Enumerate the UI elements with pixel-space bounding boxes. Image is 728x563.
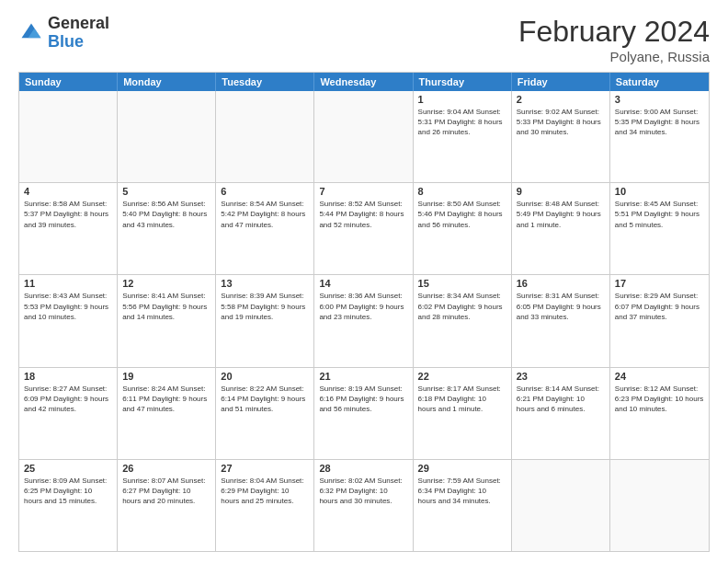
title-block: February 2024 Polyane, Russia — [518, 15, 710, 64]
day-info: Sunrise: 9:00 AM Sunset: 5:35 PM Dayligh… — [615, 107, 704, 138]
cal-cell: 23Sunrise: 8:14 AM Sunset: 6:21 PM Dayli… — [512, 368, 610, 459]
cal-cell — [610, 460, 709, 551]
week-row-0: 1Sunrise: 9:04 AM Sunset: 5:31 PM Daylig… — [19, 91, 709, 182]
calendar: SundayMondayTuesdayWednesdayThursdayFrid… — [18, 72, 710, 552]
day-number: 15 — [418, 278, 506, 289]
day-number: 26 — [122, 463, 210, 474]
day-info: Sunrise: 8:48 AM Sunset: 5:49 PM Dayligh… — [517, 199, 605, 230]
cal-cell: 22Sunrise: 8:17 AM Sunset: 6:18 PM Dayli… — [414, 368, 512, 459]
cal-cell: 6Sunrise: 8:54 AM Sunset: 5:42 PM Daylig… — [216, 183, 314, 274]
cal-cell: 21Sunrise: 8:19 AM Sunset: 6:16 PM Dayli… — [314, 368, 413, 459]
cal-cell: 15Sunrise: 8:34 AM Sunset: 6:02 PM Dayli… — [414, 275, 512, 366]
day-header-friday: Friday — [512, 73, 610, 91]
day-number: 25 — [24, 463, 112, 474]
day-number: 1 — [418, 94, 506, 105]
day-info: Sunrise: 7:59 AM Sunset: 6:34 PM Dayligh… — [418, 476, 506, 507]
day-number: 11 — [24, 278, 112, 289]
day-info: Sunrise: 8:31 AM Sunset: 6:05 PM Dayligh… — [517, 291, 605, 322]
cal-cell — [512, 460, 610, 551]
day-info: Sunrise: 9:04 AM Sunset: 5:31 PM Dayligh… — [418, 107, 506, 138]
cal-cell — [118, 91, 216, 182]
cal-cell — [314, 91, 413, 182]
day-number: 14 — [319, 278, 407, 289]
day-info: Sunrise: 8:04 AM Sunset: 6:29 PM Dayligh… — [221, 476, 309, 507]
day-header-wednesday: Wednesday — [314, 73, 413, 91]
day-number: 9 — [517, 186, 605, 197]
calendar-body: 1Sunrise: 9:04 AM Sunset: 5:31 PM Daylig… — [19, 91, 709, 551]
week-row-3: 18Sunrise: 8:27 AM Sunset: 6:09 PM Dayli… — [19, 367, 709, 459]
cal-cell: 18Sunrise: 8:27 AM Sunset: 6:09 PM Dayli… — [19, 368, 118, 459]
cal-cell: 3Sunrise: 9:00 AM Sunset: 5:35 PM Daylig… — [610, 91, 709, 182]
cal-cell: 24Sunrise: 8:12 AM Sunset: 6:23 PM Dayli… — [610, 368, 709, 459]
cal-cell: 9Sunrise: 8:48 AM Sunset: 5:49 PM Daylig… — [512, 183, 610, 274]
cal-cell: 20Sunrise: 8:22 AM Sunset: 6:14 PM Dayli… — [216, 368, 314, 459]
day-number: 19 — [122, 371, 210, 382]
day-info: Sunrise: 8:14 AM Sunset: 6:21 PM Dayligh… — [517, 384, 605, 415]
cal-cell: 10Sunrise: 8:45 AM Sunset: 5:51 PM Dayli… — [610, 183, 709, 274]
day-number: 7 — [319, 186, 407, 197]
day-number: 22 — [418, 371, 506, 382]
day-header-monday: Monday — [118, 73, 216, 91]
cal-cell: 17Sunrise: 8:29 AM Sunset: 6:07 PM Dayli… — [610, 275, 709, 366]
cal-cell: 4Sunrise: 8:58 AM Sunset: 5:37 PM Daylig… — [19, 183, 118, 274]
day-info: Sunrise: 8:17 AM Sunset: 6:18 PM Dayligh… — [418, 384, 506, 415]
day-info: Sunrise: 8:45 AM Sunset: 5:51 PM Dayligh… — [615, 199, 704, 230]
day-info: Sunrise: 8:41 AM Sunset: 5:56 PM Dayligh… — [122, 291, 210, 322]
day-number: 28 — [319, 463, 407, 474]
logo: General Blue — [18, 15, 109, 52]
day-info: Sunrise: 8:39 AM Sunset: 5:58 PM Dayligh… — [221, 291, 309, 322]
logo-icon — [18, 20, 44, 46]
day-number: 4 — [24, 186, 112, 197]
cal-cell: 7Sunrise: 8:52 AM Sunset: 5:44 PM Daylig… — [314, 183, 413, 274]
week-row-2: 11Sunrise: 8:43 AM Sunset: 5:53 PM Dayli… — [19, 274, 709, 366]
day-number: 12 — [122, 278, 210, 289]
day-info: Sunrise: 8:22 AM Sunset: 6:14 PM Dayligh… — [221, 384, 309, 415]
day-info: Sunrise: 8:19 AM Sunset: 6:16 PM Dayligh… — [319, 384, 407, 415]
cal-cell — [19, 91, 118, 182]
cal-cell: 1Sunrise: 9:04 AM Sunset: 5:31 PM Daylig… — [414, 91, 512, 182]
day-info: Sunrise: 8:58 AM Sunset: 5:37 PM Dayligh… — [24, 199, 112, 230]
cal-cell: 27Sunrise: 8:04 AM Sunset: 6:29 PM Dayli… — [216, 460, 314, 551]
header: General Blue February 2024 Polyane, Russ… — [18, 15, 710, 64]
day-number: 20 — [221, 371, 309, 382]
cal-cell — [216, 91, 314, 182]
cal-cell: 29Sunrise: 7:59 AM Sunset: 6:34 PM Dayli… — [414, 460, 512, 551]
cal-cell: 5Sunrise: 8:56 AM Sunset: 5:40 PM Daylig… — [118, 183, 216, 274]
logo-general: General — [48, 14, 109, 32]
day-info: Sunrise: 8:29 AM Sunset: 6:07 PM Dayligh… — [615, 291, 704, 322]
day-info: Sunrise: 8:34 AM Sunset: 6:02 PM Dayligh… — [418, 291, 506, 322]
cal-cell: 19Sunrise: 8:24 AM Sunset: 6:11 PM Dayli… — [118, 368, 216, 459]
day-number: 5 — [122, 186, 210, 197]
day-header-thursday: Thursday — [414, 73, 512, 91]
day-info: Sunrise: 8:24 AM Sunset: 6:11 PM Dayligh… — [122, 384, 210, 415]
cal-cell: 8Sunrise: 8:50 AM Sunset: 5:46 PM Daylig… — [414, 183, 512, 274]
cal-cell: 13Sunrise: 8:39 AM Sunset: 5:58 PM Dayli… — [216, 275, 314, 366]
day-info: Sunrise: 8:50 AM Sunset: 5:46 PM Dayligh… — [418, 199, 506, 230]
day-number: 21 — [319, 371, 407, 382]
day-header-saturday: Saturday — [610, 73, 709, 91]
day-info: Sunrise: 8:07 AM Sunset: 6:27 PM Dayligh… — [122, 476, 210, 507]
day-number: 8 — [418, 186, 506, 197]
day-number: 24 — [615, 371, 704, 382]
cal-cell: 12Sunrise: 8:41 AM Sunset: 5:56 PM Dayli… — [118, 275, 216, 366]
week-row-4: 25Sunrise: 8:09 AM Sunset: 6:25 PM Dayli… — [19, 459, 709, 551]
logo-blue: Blue — [48, 32, 84, 51]
cal-cell: 28Sunrise: 8:02 AM Sunset: 6:32 PM Dayli… — [314, 460, 413, 551]
cal-cell: 11Sunrise: 8:43 AM Sunset: 5:53 PM Dayli… — [19, 275, 118, 366]
day-number: 10 — [615, 186, 704, 197]
day-number: 18 — [24, 371, 112, 382]
day-number: 3 — [615, 94, 704, 105]
location: Polyane, Russia — [518, 49, 710, 64]
day-header-sunday: Sunday — [19, 73, 118, 91]
day-info: Sunrise: 8:36 AM Sunset: 6:00 PM Dayligh… — [319, 291, 407, 322]
day-number: 27 — [221, 463, 309, 474]
day-info: Sunrise: 9:02 AM Sunset: 5:33 PM Dayligh… — [517, 107, 605, 138]
day-info: Sunrise: 8:12 AM Sunset: 6:23 PM Dayligh… — [615, 384, 704, 415]
day-number: 6 — [221, 186, 309, 197]
day-info: Sunrise: 8:56 AM Sunset: 5:40 PM Dayligh… — [122, 199, 210, 230]
day-header-tuesday: Tuesday — [216, 73, 314, 91]
day-info: Sunrise: 8:52 AM Sunset: 5:44 PM Dayligh… — [319, 199, 407, 230]
cal-cell: 25Sunrise: 8:09 AM Sunset: 6:25 PM Dayli… — [19, 460, 118, 551]
day-number: 13 — [221, 278, 309, 289]
day-info: Sunrise: 8:27 AM Sunset: 6:09 PM Dayligh… — [24, 384, 112, 415]
